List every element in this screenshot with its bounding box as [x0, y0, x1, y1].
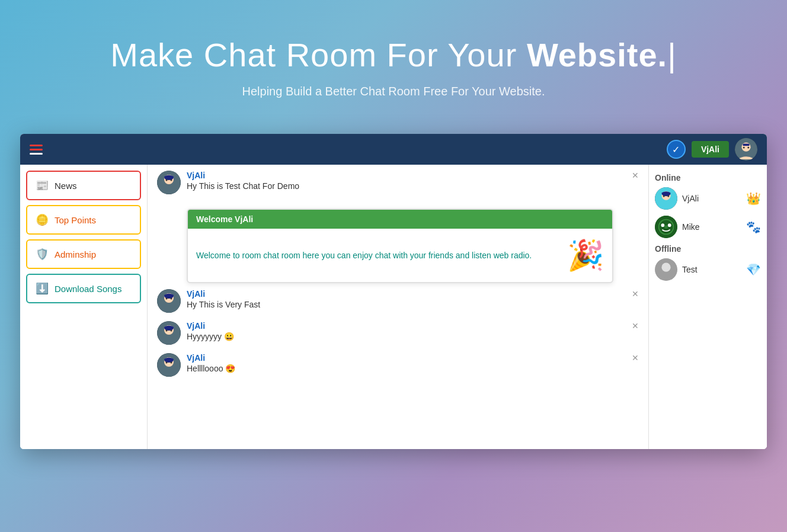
user-name-vjali: VjAli: [682, 194, 699, 203]
chat-text-4: Helllloooo 😍: [187, 364, 639, 373]
sidebar: 📰 News 🪙 Top Points 🛡️ Adminship ⬇️ Down…: [20, 165, 148, 449]
welcome-popup: Welcome VjAli Welcome to room chat room …: [187, 209, 613, 283]
welcome-header: Welcome VjAli: [188, 210, 612, 229]
svg-point-4: [747, 147, 749, 149]
user-avatar-test: [655, 258, 677, 281]
party-popper-icon: 🎉: [567, 238, 604, 273]
news-label: News: [55, 181, 77, 191]
navbar: ✓ VjAli: [20, 134, 767, 165]
top-points-icon: 🪙: [36, 213, 49, 226]
chat-close-4[interactable]: ✕: [632, 353, 639, 363]
download-songs-label: Download Songs: [55, 284, 121, 294]
hero-title: Make Chat Room For Your Website.|: [12, 36, 775, 74]
chat-close-1[interactable]: ✕: [632, 171, 639, 180]
svg-point-32: [661, 263, 670, 272]
chat-content-2: VjAli Hy This is Very Fast: [187, 289, 639, 309]
user-item-mike: Mike 🐾: [655, 216, 761, 238]
username-button[interactable]: VjAli: [692, 141, 729, 158]
svg-rect-2: [743, 144, 749, 146]
chat-content-4: VjAli Helllloooo 😍: [187, 353, 639, 373]
chat-avatar-3: [157, 321, 181, 345]
user-badge-mike: 🐾: [746, 220, 761, 234]
sidebar-item-top-points[interactable]: 🪙 Top Points: [26, 205, 141, 235]
sidebar-item-adminship[interactable]: 🛡️ Adminship: [26, 239, 141, 269]
user-badge-vjali: 👑: [746, 191, 761, 206]
chat-content-1: VjAli Hy This is Test Chat For Demo: [187, 171, 639, 191]
chat-text-2: Hy This is Very Fast: [187, 300, 639, 309]
top-points-label: Top Points: [55, 215, 96, 225]
users-panel: Online VjAli: [648, 165, 767, 449]
svg-point-29: [668, 223, 671, 227]
chat-area[interactable]: VjAli Hy This is Test Chat For Demo ✕ We…: [148, 165, 648, 449]
chat-username-3: VjAli: [187, 321, 639, 331]
chat-app: ✓ VjAli 📰 News 🪙: [20, 134, 767, 449]
user-item-left-vjali: VjAli: [655, 187, 699, 210]
chat-text-3: Hyyyyyyy 😀: [187, 332, 639, 341]
main-layout: 📰 News 🪙 Top Points 🛡️ Adminship ⬇️ Down…: [20, 165, 767, 449]
hamburger-menu[interactable]: [30, 145, 43, 155]
nav-avatar-img: [735, 138, 757, 161]
chat-username-2: VjAli: [187, 289, 639, 299]
welcome-body: Welcome to room chat room here you can e…: [188, 229, 612, 282]
welcome-text: Welcome to room chat room here you can e…: [196, 251, 561, 260]
hero-subtitle: Helping Build a Better Chat Room Free Fo…: [12, 85, 775, 98]
hero-section: Make Chat Room For Your Website.| Helpin…: [0, 0, 787, 122]
cursor: |: [667, 36, 677, 73]
svg-point-20: [171, 362, 172, 364]
chat-message: VjAli Hy This is Test Chat For Demo ✕: [157, 171, 639, 194]
svg-point-3: [743, 147, 745, 149]
chat-message-4: VjAli Helllloooo 😍 ✕: [157, 353, 639, 377]
svg-point-23: [663, 196, 665, 197]
svg-point-24: [667, 196, 669, 197]
user-name-mike: Mike: [682, 222, 700, 232]
svg-point-16: [171, 330, 172, 332]
chat-avatar-vjali: [157, 171, 181, 194]
news-icon: 📰: [36, 179, 49, 192]
adminship-icon: 🛡️: [36, 248, 49, 261]
adminship-label: Adminship: [55, 249, 96, 259]
offline-label: Offline: [655, 244, 761, 254]
user-avatar-vjali: [655, 187, 677, 210]
hamburger-line-2: [30, 149, 43, 150]
user-item-left-test: Test: [655, 258, 698, 281]
svg-point-30: [664, 225, 668, 229]
sidebar-item-download-songs[interactable]: ⬇️ Download Songs: [26, 274, 141, 303]
hero-title-bold: Website.: [527, 36, 667, 73]
check-icon[interactable]: ✓: [667, 140, 686, 159]
sidebar-item-news[interactable]: 📰 News: [26, 171, 141, 200]
user-item-vjali: VjAli 👑: [655, 187, 761, 210]
chat-close-3[interactable]: ✕: [632, 321, 639, 331]
hamburger-line-1: [30, 145, 43, 146]
chat-close-2[interactable]: ✕: [632, 289, 639, 299]
svg-point-8: [171, 180, 172, 181]
svg-point-7: [166, 180, 168, 181]
download-songs-icon: ⬇️: [36, 282, 49, 295]
svg-point-19: [166, 362, 168, 364]
svg-point-11: [166, 298, 168, 300]
chat-avatar-4: [157, 353, 181, 377]
chat-content-3: VjAli Hyyyyyyy 😀: [187, 321, 639, 341]
user-item-test: Test 💎: [655, 258, 761, 281]
svg-point-15: [166, 330, 168, 332]
hero-title-normal: Make Chat Room For Your: [110, 36, 527, 73]
online-label: Online: [655, 173, 761, 182]
svg-point-28: [661, 223, 664, 227]
chat-message-2: VjAli Hy This is Very Fast ✕: [157, 289, 639, 313]
user-item-left-mike: Mike: [655, 216, 700, 238]
user-badge-test: 💎: [746, 262, 761, 277]
chat-message-3: VjAli Hyyyyyyy 😀 ✕: [157, 321, 639, 345]
navbar-right: ✓ VjAli: [667, 138, 757, 161]
chat-username-1: VjAli: [187, 171, 639, 180]
svg-point-12: [171, 298, 172, 300]
chat-avatar-2: [157, 289, 181, 313]
nav-avatar: [735, 138, 757, 161]
chat-username-4: VjAli: [187, 353, 639, 363]
user-avatar-mike: [655, 216, 677, 238]
user-name-test: Test: [682, 265, 698, 274]
hamburger-line-3: [30, 153, 43, 155]
chat-text-1: Hy This is Test Chat For Demo: [187, 181, 639, 191]
